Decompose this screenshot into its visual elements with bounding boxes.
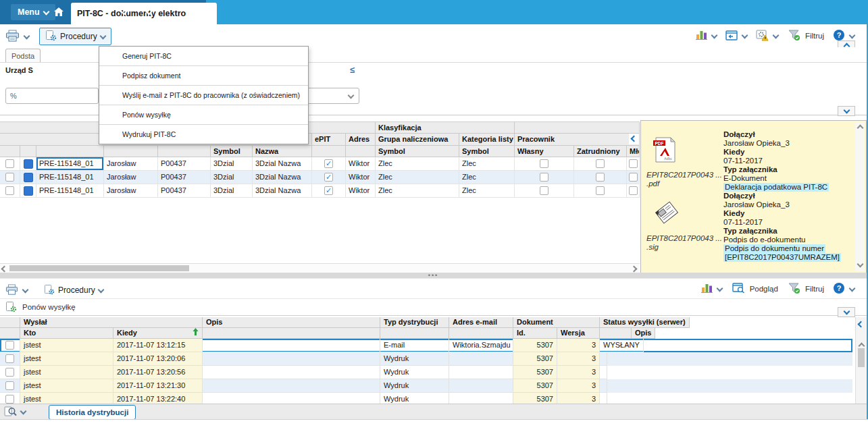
header-epit[interactable]: ePIT	[312, 134, 346, 146]
cell-adres[interactable]	[449, 393, 513, 404]
cell-employee-id[interactable]: P00437	[158, 171, 211, 184]
cell-status[interactable]	[600, 393, 607, 404]
cell-wlasny[interactable]	[515, 184, 574, 198]
filter-funnel-icon[interactable]	[788, 30, 800, 43]
chevron-down-icon[interactable]	[20, 408, 27, 415]
history-row[interactable]: jstest 2017-11-07 13:12:15 E-mail Wiktor…	[0, 339, 852, 352]
signer-sort-icon[interactable]: ≤	[350, 65, 355, 75]
row-checkbox[interactable]	[5, 395, 14, 404]
zatrudniony-checkbox[interactable]	[596, 173, 605, 182]
section-splitter[interactable]: •••	[0, 273, 867, 278]
cell-nazwa[interactable]: 3Dzial Nazwa	[253, 157, 312, 171]
cell-id[interactable]: 5307	[513, 366, 557, 379]
cell-adres[interactable]: Wiktoria.Szmajdu	[449, 339, 513, 352]
cell-epit[interactable]	[312, 171, 346, 184]
cell-status[interactable]	[600, 366, 607, 379]
wlasny-checkbox[interactable]	[540, 186, 548, 195]
cell-opis[interactable]	[203, 352, 380, 366]
cell-mlodociany[interactable]	[627, 157, 640, 171]
header-kategoria-symbol[interactable]: Symbol	[459, 146, 515, 157]
cell-opis[interactable]	[203, 366, 380, 379]
cell-symbol[interactable]: 3Dzial	[211, 184, 253, 198]
history-row[interactable]: jstest 2017-11-07 13:20:56 Wydruk 5307 3	[0, 366, 852, 379]
chevron-down-icon[interactable]	[22, 286, 29, 293]
cell-status[interactable]	[600, 379, 607, 393]
cell-kiedy[interactable]: 2017-11-07 13:21:30	[113, 379, 203, 393]
cell-grupa[interactable]: Zlec	[376, 171, 459, 184]
procedures-button[interactable]: Procedury	[38, 281, 109, 299]
table-row[interactable]: PRE-115148_01 Jarosław P00437 3Dzial 3Dz…	[0, 171, 640, 184]
cell-kto[interactable]: jstest	[20, 352, 113, 366]
row-checkbox[interactable]	[5, 186, 14, 195]
zatrudniony-checkbox[interactable]	[596, 186, 605, 195]
cell-kiedy[interactable]: 2017-11-07 13:12:15	[113, 339, 203, 352]
print-icon[interactable]	[5, 30, 20, 44]
cell-name[interactable]: Jarosław	[104, 184, 158, 198]
cell-name[interactable]: Jarosław	[104, 157, 158, 171]
chevron-down-icon[interactable]	[849, 32, 856, 38]
header-adres-email[interactable]: Adres e-mail	[449, 317, 513, 328]
cell-kiedy[interactable]: 2017-11-07 13:20:06	[113, 352, 203, 366]
cell-status[interactable]: WYSŁANY	[600, 339, 644, 352]
row-checkbox[interactable]	[5, 173, 14, 182]
cell-id[interactable]: 5307	[513, 379, 557, 393]
cell-kiedy[interactable]: 2017-11-07 13:20:56	[113, 366, 203, 379]
mlodociany-checkbox[interactable]	[629, 173, 638, 182]
cell-wersja[interactable]: 3	[557, 339, 600, 352]
cell-id[interactable]: 5307	[513, 352, 557, 366]
collapse-history-tab[interactable]	[838, 307, 855, 317]
tax-office-input[interactable]: %	[5, 88, 99, 104]
cell-epit[interactable]	[312, 184, 346, 198]
cell-typ[interactable]: Wydruk	[380, 366, 449, 379]
cell-employee-id[interactable]: P00437	[158, 184, 211, 198]
header-wyslal[interactable]: Wysłał	[20, 317, 203, 328]
header-grupa-symbol[interactable]: Symbol	[376, 146, 459, 157]
help-icon[interactable]: ?	[833, 282, 845, 296]
cell-adres[interactable]: Wiktor	[346, 184, 376, 198]
history-row[interactable]: jstest 2017-11-07 13:22:40 Wydruk 5307 3	[0, 393, 852, 404]
history-search-icon[interactable]	[4, 406, 17, 418]
cell-wersja[interactable]: 3	[557, 366, 600, 379]
cell-nazwa[interactable]: 3Dzial Nazwa	[253, 184, 312, 198]
scrollbar-thumb[interactable]	[9, 265, 189, 271]
cell-wersja[interactable]: 3	[557, 393, 600, 404]
row-checkbox-cell[interactable]	[0, 184, 20, 198]
cell-symbol[interactable]: 3Dzial	[211, 171, 253, 184]
cell-id[interactable]: 5307	[513, 339, 557, 352]
header-wlasny[interactable]: Własny	[515, 146, 574, 157]
cell-grupa[interactable]: Zlec	[376, 184, 459, 198]
chevron-down-icon[interactable]	[772, 32, 779, 38]
chart-icon[interactable]	[696, 30, 707, 42]
cell-employee-id[interactable]: P00437	[158, 157, 211, 171]
chevron-down-icon[interactable]	[24, 32, 30, 39]
menu-item-ponow-wysylke[interactable]: Ponów wysyłkę	[99, 105, 308, 125]
pdf-file-icon[interactable]: PDFAdbc	[652, 136, 678, 165]
cell-typ[interactable]: Wydruk	[380, 352, 449, 366]
history-row[interactable]: jstest 2017-11-07 13:20:06 Wydruk 5307 3	[0, 352, 852, 366]
attachment-filename[interactable]: EPIT8C2017P0043 ... .pdf	[646, 171, 722, 188]
epit-checkbox[interactable]	[324, 159, 333, 168]
cell-opis[interactable]	[203, 339, 380, 352]
header-adres[interactable]: Adres	[346, 134, 376, 146]
cell-nazwa[interactable]: 3Dzial Nazwa	[253, 171, 312, 184]
cell-adres[interactable]: Wiktor	[346, 157, 376, 171]
cell-adres[interactable]	[449, 379, 513, 393]
epit-checkbox[interactable]	[324, 173, 333, 182]
cell-symbol[interactable]: 3Dzial	[211, 157, 253, 171]
cell-document[interactable]: PRE-115148_01	[36, 184, 104, 198]
settings-warning-icon[interactable]	[756, 30, 769, 43]
header-klasyfikacja[interactable]: Klasyfikacja	[376, 122, 515, 134]
cell-adres[interactable]	[449, 366, 513, 379]
epit-checkbox[interactable]	[324, 186, 333, 195]
resend-action-row[interactable]: Ponów wysyłkę	[0, 298, 867, 316]
cell-kategoria[interactable]: Zlec	[459, 171, 515, 184]
menu-item-wydrukuj-pit8c[interactable]: Wydrukuj PIT-8C	[99, 125, 308, 144]
scroll-up-icon[interactable]	[857, 125, 863, 132]
header-wersja[interactable]: Wersja	[557, 328, 600, 339]
cell-kto[interactable]: jstest	[20, 379, 113, 393]
row-checkbox-cell[interactable]	[0, 393, 20, 404]
row-checkbox-cell[interactable]	[0, 366, 20, 379]
menu-item-podpisz-dokument[interactable]: Podpisz dokument	[99, 66, 308, 86]
row-checkbox-cell[interactable]	[0, 379, 20, 393]
header-kiedy[interactable]: Kiedy	[113, 328, 203, 339]
